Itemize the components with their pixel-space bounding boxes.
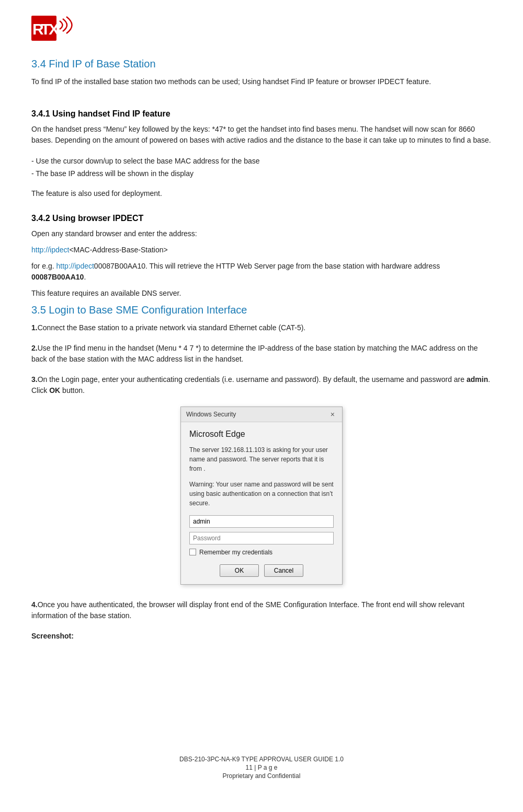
section-341-para1: On the handset press “Menu” key followed… (31, 124, 492, 146)
section-342-link[interactable]: http://ipdect (31, 246, 69, 254)
screenshot-label: Screenshot: (31, 631, 492, 642)
step3-text-prefix: On the Login page, enter your authentica… (38, 375, 467, 384)
dialog-titlebar: Windows Security × (181, 407, 342, 422)
logo-area: R T X (31, 16, 492, 42)
step4-number: 4. (31, 600, 38, 609)
section-341-note2: - The base IP address will be shown in t… (31, 168, 492, 179)
page: R T X 3.4 Find IP of Base Station To fin… (0, 0, 523, 812)
dialog-warning: Warning: Your user name and password wil… (189, 480, 334, 508)
dialog-username-input[interactable] (189, 515, 334, 528)
dialog-remember-label: Remember my credentials (199, 549, 272, 556)
step4-text: Once you have authenticated, the browser… (31, 600, 464, 620)
section-35-step1: 1.Connect the Base station to a private … (31, 322, 492, 333)
step3-admin-bold: admin (467, 375, 488, 384)
dialog-title: Windows Security (186, 411, 236, 418)
dialog-text: The server 192.168.11.103 is asking for … (189, 445, 334, 473)
step1-number: 1. (31, 323, 38, 332)
footer-line1: DBS-210-3PC-NA-K9 TYPE APPROVAL USER GUI… (31, 756, 492, 763)
step3-number: 3. (31, 375, 38, 384)
dialog-password-input[interactable] (189, 532, 334, 544)
section-35-step3: 3.On the Login page, enter your authenti… (31, 374, 492, 396)
dialog-app-name: Microsoft Edge (189, 430, 334, 439)
section-342-para2-prefix: for e.g. (31, 262, 56, 270)
section-342-para3: This feature requires an available DNS s… (31, 288, 492, 299)
section-341-note1: - Use the cursor down/up to select the b… (31, 155, 492, 167)
footer-line3: Proprietary and Confidential (31, 772, 492, 780)
section-341: 3.4.1 Using handset Find IP feature On t… (31, 100, 492, 204)
section-35-step4: 4.Once you have authenticated, the brows… (31, 599, 492, 621)
dialog-checkbox-row: Remember my credentials (189, 549, 334, 556)
rtx-logo: R T X (31, 16, 94, 41)
section-341-heading: 3.4.1 Using handset Find IP feature (31, 109, 492, 119)
section-34-body: To find IP of the installed base station… (31, 76, 492, 87)
svg-text:X: X (49, 20, 59, 38)
section-342-heading: 3.4.2 Using browser IPDECT (31, 214, 492, 223)
dialog-remember-checkbox[interactable] (189, 549, 196, 555)
section-34-heading: 3.4 Find IP of Base Station (31, 58, 492, 70)
step2-text: Use the IP find menu in the handset (Men… (31, 344, 477, 363)
section-342-mac-bold: 00087B00AA10 (31, 273, 84, 281)
section-342-para2: for e.g. http://ipdect00087B00AA10. This… (31, 261, 492, 283)
dialog-cancel-button[interactable]: Cancel (264, 564, 303, 577)
step3-text-end: button. (60, 386, 85, 395)
step2-number: 2. (31, 344, 38, 352)
step3-ok-bold: OK (49, 386, 60, 395)
screenshot-label-bold: Screenshot: (31, 632, 74, 640)
section-342-para2-link[interactable]: http://ipdect (56, 262, 94, 270)
dialog-buttons: OK Cancel (189, 564, 334, 577)
dialog-ok-button[interactable]: OK (220, 564, 259, 577)
windows-security-dialog: Windows Security × Microsoft Edge The se… (180, 407, 343, 585)
section-342-link-line: http://ipdect<MAC-Address-Base-Station> (31, 245, 492, 256)
section-341-para2: The feature is also used for deployment. (31, 188, 492, 199)
section-342: 3.4.2 Using browser IPDECT Open any stan… (31, 204, 492, 304)
step1-text: Connect the Base station to a private ne… (38, 323, 306, 332)
section-35-step2: 2.Use the IP find menu in the handset (M… (31, 343, 492, 365)
dialog-close-button[interactable]: × (328, 410, 337, 419)
footer-line2: 11 | P a g e (31, 764, 492, 771)
footer: DBS-210-3PC-NA-K9 TYPE APPROVAL USER GUI… (31, 735, 492, 781)
dialog-body: Microsoft Edge The server 192.168.11.103… (181, 422, 342, 584)
section-35-heading: 3.5 Login to Base SME Configuration Inte… (31, 304, 492, 316)
section-342-link-suffix: <MAC-Address-Base-Station> (69, 246, 167, 254)
dialog-screenshot-container: Windows Security × Microsoft Edge The se… (31, 407, 492, 585)
section-34: 3.4 Find IP of Base Station To find IP o… (31, 58, 492, 92)
section-342-para1: Open any standard browser and enter the … (31, 228, 492, 239)
section-35: 3.5 Login to Base SME Configuration Inte… (31, 304, 492, 647)
